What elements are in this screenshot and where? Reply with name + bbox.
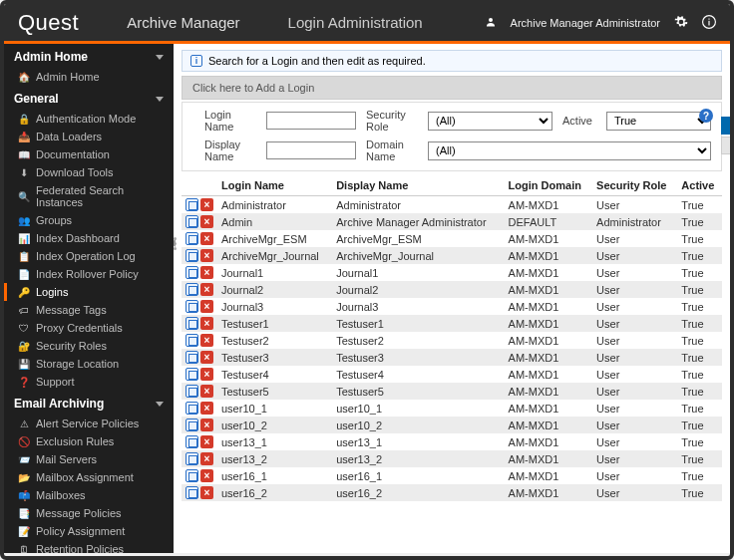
edit-icon[interactable] — [185, 452, 198, 465]
delete-icon[interactable]: × — [200, 249, 213, 262]
edit-icon[interactable] — [185, 486, 198, 499]
table-row[interactable]: ×ArchiveMgr_JournalArchiveMgr_JournalAM-… — [182, 247, 722, 264]
table-row[interactable]: ×Journal1Journal1AM-MXD1UserTrue — [182, 264, 722, 281]
nav-item-message-policies[interactable]: 📑Message Policies — [4, 504, 174, 522]
edit-icon[interactable] — [185, 266, 198, 279]
edit-icon[interactable] — [185, 469, 198, 482]
nav-item-policy-assignment[interactable]: 📝Policy Assignment — [4, 522, 174, 540]
nav-item-mailbox-assignment[interactable]: 📂Mailbox Assignment — [4, 468, 174, 486]
nav-section[interactable]: Email Archiving — [4, 391, 174, 415]
active-select[interactable]: True — [606, 112, 711, 131]
delete-icon[interactable]: × — [200, 300, 213, 313]
edit-icon[interactable] — [185, 351, 198, 364]
nav-item-mailboxes[interactable]: 📫Mailboxes — [4, 486, 174, 504]
table-row[interactable]: ×user16_1user16_1AM-MXD1UserTrue — [182, 467, 722, 484]
nav-item-authentication-mode[interactable]: 🔒Authentication Mode — [4, 110, 174, 128]
edit-icon[interactable] — [185, 198, 198, 211]
delete-icon[interactable]: × — [200, 232, 213, 245]
add-login-bar[interactable]: Click here to Add a Login — [182, 76, 722, 100]
delete-icon[interactable]: × — [200, 283, 213, 296]
delete-icon[interactable]: × — [200, 469, 213, 482]
edit-icon[interactable] — [185, 300, 198, 313]
col-security-role[interactable]: Security Role — [592, 175, 677, 196]
delete-icon[interactable]: × — [200, 452, 213, 465]
delete-icon[interactable]: × — [200, 198, 213, 211]
table-row[interactable]: ×Journal3Journal3AM-MXD1UserTrue — [182, 298, 722, 315]
edit-icon[interactable] — [185, 283, 198, 296]
nav-item-federated-search-instances[interactable]: 🔍Federated Search Instances — [4, 181, 174, 211]
gear-icon[interactable] — [674, 15, 688, 31]
nav-item-proxy-credentials[interactable]: 🛡Proxy Credentials — [4, 319, 174, 337]
delete-icon[interactable]: × — [200, 215, 213, 228]
nav-section[interactable]: General — [4, 86, 174, 110]
edit-icon[interactable] — [185, 402, 198, 415]
edit-icon[interactable] — [185, 232, 198, 245]
col-login-domain[interactable]: Login Domain — [505, 175, 593, 196]
table-row[interactable]: ×Testuser5Testuser5AM-MXD1UserTrue — [182, 383, 722, 400]
delete-icon[interactable]: × — [200, 385, 213, 398]
nav-item-download-tools[interactable]: ⬇Download Tools — [4, 163, 174, 181]
edit-icon[interactable] — [185, 419, 198, 431]
edit-icon[interactable] — [185, 385, 198, 398]
edit-icon[interactable] — [185, 435, 198, 448]
splitter-handle[interactable] — [174, 223, 178, 263]
nav-item-documentation[interactable]: 📖Documentation — [4, 145, 174, 163]
delete-icon[interactable]: × — [200, 368, 213, 381]
table-row[interactable]: ×user10_2user10_2AM-MXD1UserTrue — [182, 417, 722, 433]
edit-icon[interactable] — [185, 249, 198, 262]
search-button[interactable]: Search — [721, 117, 730, 135]
nav-item-admin-home[interactable]: 🏠Admin Home — [4, 68, 174, 86]
login-name-input[interactable] — [266, 112, 356, 130]
delete-icon[interactable]: × — [200, 486, 213, 499]
table-row[interactable]: ×user16_2user16_2AM-MXD1UserTrue — [182, 484, 722, 501]
edit-icon[interactable] — [185, 215, 198, 228]
security-role-select[interactable]: (All) — [428, 112, 552, 131]
table-row[interactable]: ×AdminArchive Manager AdministratorDEFAU… — [182, 213, 722, 230]
edit-icon[interactable] — [185, 317, 198, 330]
table-row[interactable]: ×Testuser4Testuser4AM-MXD1UserTrue — [182, 366, 722, 383]
table-row[interactable]: ×Testuser3Testuser3AM-MXD1UserTrue — [182, 349, 722, 366]
col-login-name[interactable]: Login Name — [217, 175, 332, 196]
nav-item-storage-location[interactable]: 💾Storage Location — [4, 355, 174, 373]
delete-icon[interactable]: × — [200, 334, 213, 347]
security-role-label: Security Role — [366, 109, 418, 133]
nav-item-security-roles[interactable]: 🔐Security Roles — [4, 337, 174, 355]
nav-item-support[interactable]: ❓Support — [4, 373, 174, 391]
table-row[interactable]: ×user13_2user13_2AM-MXD1UserTrue — [182, 450, 722, 467]
delete-icon[interactable]: × — [200, 317, 213, 330]
table-row[interactable]: ×Testuser1Testuser1AM-MXD1UserTrue — [182, 315, 722, 332]
table-row[interactable]: ×AdministratorAdministratorAM-MXD1UserTr… — [182, 196, 722, 214]
edit-icon[interactable] — [185, 368, 198, 381]
clear-button[interactable]: Clear — [721, 137, 730, 154]
nav-item-index-dashboard[interactable]: 📊Index Dashboard — [4, 229, 174, 247]
table-row[interactable]: ×ArchiveMgr_ESMArchiveMgr_ESMAM-MXD1User… — [182, 230, 722, 247]
delete-icon[interactable]: × — [200, 402, 213, 415]
nav-item-message-tags[interactable]: 🏷Message Tags — [4, 301, 174, 319]
table-row[interactable]: ×Journal2Journal2AM-MXD1UserTrue — [182, 281, 722, 298]
delete-icon[interactable]: × — [200, 351, 213, 364]
table-row[interactable]: ×user13_1user13_1AM-MXD1UserTrue — [182, 433, 722, 450]
delete-icon[interactable]: × — [200, 435, 213, 448]
table-row[interactable]: ×Testuser2Testuser2AM-MXD1UserTrue — [182, 332, 722, 349]
info-icon[interactable] — [702, 15, 716, 31]
col-display-name[interactable]: Display Name — [332, 175, 504, 196]
domain-name-select[interactable]: (All) — [428, 141, 711, 160]
nav-item-exclusion-rules[interactable]: 🚫Exclusion Rules — [4, 432, 174, 450]
nav-item-index-rollover-policy[interactable]: 📄Index Rollover Policy — [4, 265, 174, 283]
display-name-input[interactable] — [266, 141, 356, 159]
nav-section[interactable]: Admin Home — [4, 44, 174, 68]
nav-item-groups[interactable]: 👥Groups — [4, 211, 174, 229]
nav-item-alert-service-policies[interactable]: ⚠Alert Service Policies — [4, 415, 174, 432]
help-icon[interactable]: ? — [699, 109, 713, 123]
delete-icon[interactable]: × — [200, 266, 213, 279]
nav-item-logins[interactable]: 🔑Logins — [4, 283, 174, 301]
cell-role: User — [592, 315, 677, 332]
delete-icon[interactable]: × — [200, 419, 213, 431]
nav-item-index-operation-log[interactable]: 📋Index Operation Log — [4, 247, 174, 265]
nav-item-retention-policies[interactable]: 🗓Retention Policies — [4, 540, 174, 553]
nav-item-mail-servers[interactable]: 📨Mail Servers — [4, 450, 174, 468]
edit-icon[interactable] — [185, 334, 198, 347]
nav-item-data-loaders[interactable]: 📥Data Loaders — [4, 128, 174, 145]
table-row[interactable]: ×user10_1user10_1AM-MXD1UserTrue — [182, 400, 722, 417]
col-active[interactable]: Active — [677, 175, 722, 196]
